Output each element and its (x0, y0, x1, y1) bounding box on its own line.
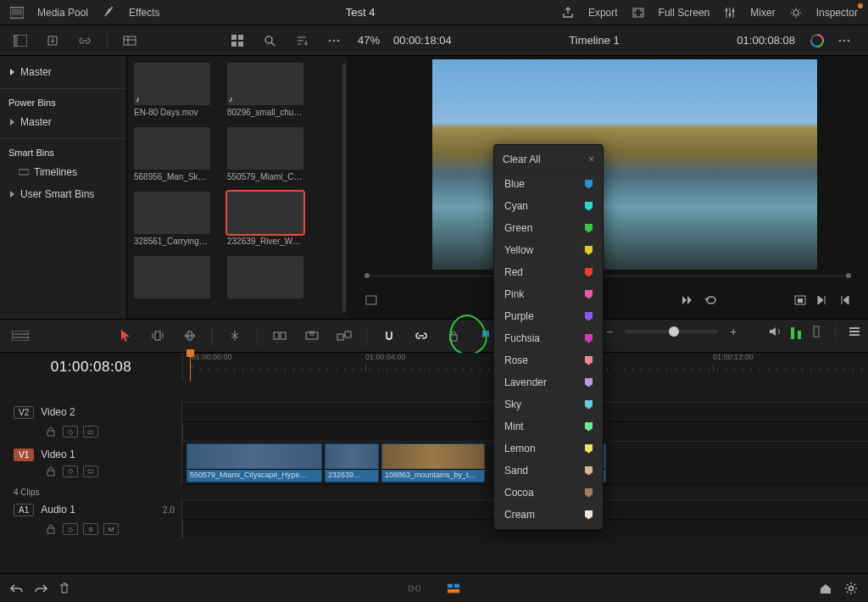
blade-tool-icon[interactable] (221, 324, 248, 348)
v2-lock-icon[interactable] (44, 425, 58, 438)
pool-thumb[interactable]: 568956_Man_Sko… (134, 127, 210, 181)
settings-icon[interactable] (844, 582, 858, 595)
effects-icon[interactable] (102, 6, 115, 20)
inspector-icon[interactable] (789, 6, 803, 20)
timeline-clip[interactable]: 550579_Miami_Cityscape_Hype… (186, 443, 322, 482)
marker-color-item[interactable]: Blue (494, 173, 603, 195)
v2-visible[interactable]: ▭ (83, 426, 98, 438)
volume-icon[interactable] (769, 325, 782, 338)
marker-color-item[interactable]: Rose (494, 349, 603, 371)
mixer-icon[interactable] (723, 6, 737, 20)
link-clips-icon[interactable] (408, 324, 435, 348)
import-icon[interactable] (39, 29, 66, 53)
a1-auto-select[interactable]: ◇ (63, 523, 78, 535)
viewer-zoom[interactable]: 47% (358, 34, 380, 47)
sidebar-pb-master[interactable]: Master (0, 111, 126, 133)
snap-icon[interactable] (376, 324, 403, 348)
marker-color-item[interactable]: Cream (494, 504, 603, 526)
inspector-label[interactable]: Inspector (816, 7, 858, 19)
menu-close-icon[interactable]: × (588, 153, 594, 165)
layout-icon[interactable] (7, 29, 34, 53)
zoom-slider[interactable] (625, 330, 718, 333)
trash-icon[interactable] (58, 582, 71, 595)
playhead[interactable] (190, 353, 191, 382)
timeline-timecode[interactable]: 01:00:08:08 (0, 353, 182, 382)
pool-thumb[interactable]: 550579_Miami_Cit… (227, 127, 303, 181)
timeline-options-icon[interactable] (848, 325, 861, 338)
viewer-image[interactable] (432, 59, 817, 270)
marker-color-item[interactable]: Yellow (494, 239, 603, 261)
v1-visible[interactable]: ▭ (83, 465, 98, 477)
v1-auto-select[interactable]: ◇ (63, 465, 78, 477)
fullscreen-icon[interactable] (632, 6, 645, 20)
crop-icon[interactable] (364, 293, 378, 307)
export-label[interactable]: Export (588, 7, 618, 19)
replace-icon[interactable] (331, 324, 358, 348)
home-icon[interactable] (819, 582, 832, 595)
timeline-name[interactable]: Timeline 1 (569, 34, 619, 47)
sidebar-master[interactable]: Master (0, 61, 126, 83)
a1-mute[interactable]: M (103, 523, 119, 535)
a1-solo[interactable]: S (83, 523, 98, 535)
trim-tool-icon[interactable] (144, 324, 171, 348)
zoom-out-icon[interactable]: − (603, 325, 616, 338)
timeline-clip[interactable]: 232639… (325, 443, 379, 482)
lock-icon[interactable] (440, 324, 467, 348)
mixer-label[interactable]: Mixer (750, 7, 775, 19)
sidebar-user-smart[interactable]: User Smart Bins (0, 183, 126, 205)
viewer-more-icon[interactable] (831, 29, 858, 53)
page-edit-icon[interactable] (447, 582, 460, 595)
marker-color-item[interactable]: Cocoa (494, 482, 603, 504)
sort-icon[interactable] (288, 29, 315, 53)
pool-thumb[interactable]: 232639_River_Wat… (227, 192, 303, 246)
media-pool-icon[interactable] (10, 6, 24, 20)
export-icon[interactable] (561, 6, 575, 20)
a1-lock-icon[interactable] (44, 522, 58, 536)
selection-tool-icon[interactable] (112, 324, 139, 348)
pool-thumb[interactable]: 328561_Carrying… (134, 192, 210, 246)
loop-icon[interactable] (704, 293, 718, 307)
pool-thumb[interactable]: ♪EN-80 Days.mov (134, 63, 210, 117)
metadata-icon[interactable] (116, 29, 143, 53)
match-frame-icon[interactable] (793, 293, 807, 307)
search-icon[interactable] (256, 29, 283, 53)
marker-color-item[interactable]: Fuchsia (494, 327, 603, 349)
insert-icon[interactable] (266, 324, 293, 348)
more-icon[interactable] (320, 29, 348, 53)
pool-thumb[interactable] (134, 256, 210, 301)
media-pool-label[interactable]: Media Pool (37, 7, 88, 19)
a1-tag[interactable]: A1 (14, 504, 34, 516)
marker-color-item[interactable]: Lemon (494, 438, 603, 460)
zoom-in-icon[interactable]: + (726, 325, 740, 338)
thumbnail-view-icon[interactable] (224, 29, 251, 53)
link-icon[interactable] (71, 29, 98, 53)
marker-color-item[interactable]: Green (494, 217, 603, 239)
timeline-clip[interactable]: 108863_mountains_by_t… (381, 443, 485, 482)
marker-color-item[interactable]: Sand (494, 460, 603, 482)
marker-color-item[interactable]: Red (494, 261, 603, 283)
v2-tag[interactable]: V2 (14, 406, 34, 419)
fullscreen-label[interactable]: Full Screen (659, 7, 710, 19)
effects-label[interactable]: Effects (129, 7, 159, 19)
dim-icon[interactable] (810, 325, 823, 338)
pool-thumb[interactable]: ♪80296_small_chur… (227, 63, 303, 117)
marker-color-item[interactable]: Purple (494, 305, 603, 327)
undo-icon[interactable] (10, 582, 24, 595)
sidebar-timelines[interactable]: Timelines (0, 161, 126, 183)
marker-color-item[interactable]: Sky (494, 393, 603, 415)
v1-lock-icon[interactable] (44, 465, 58, 478)
viewer-scrubber[interactable] (364, 270, 851, 281)
v2-auto-select[interactable]: ◇ (63, 426, 78, 438)
go-end-icon[interactable] (815, 293, 829, 307)
menu-clear-all[interactable]: Clear All (503, 153, 541, 165)
skip-fwd-icon[interactable] (681, 293, 694, 307)
marker-color-item[interactable]: Pink (494, 283, 603, 305)
marker-color-item[interactable]: Mint (494, 415, 603, 438)
overwrite-icon[interactable] (298, 324, 326, 348)
pool-scrollbar[interactable] (342, 63, 346, 312)
pool-thumb[interactable] (227, 256, 303, 301)
go-start-icon[interactable] (837, 293, 851, 307)
dynamic-trim-icon[interactable] (176, 324, 203, 348)
marker-color-item[interactable]: Lavender (494, 371, 603, 393)
page-cut-icon[interactable] (408, 582, 421, 595)
